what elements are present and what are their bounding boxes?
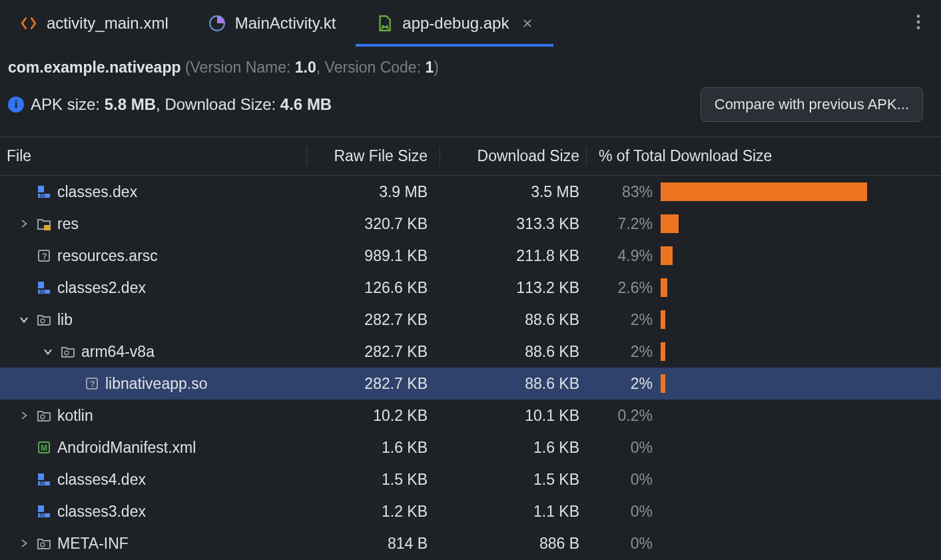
percent-bar: [659, 310, 926, 329]
file-cell: 01classes3.dex: [0, 503, 306, 521]
version-code: 1: [425, 59, 434, 76]
table-row[interactable]: 01classes4.dex1.5 KB1.5 KB0%: [0, 463, 941, 495]
download-size: 1.1 KB: [440, 503, 586, 521]
tab-app-debug-apk[interactable]: app-debug.apk: [356, 0, 553, 47]
raw-size: 282.7 KB: [306, 375, 440, 393]
table-row[interactable]: arm64-v8a282.7 KB88.6 KB2%: [0, 336, 941, 368]
svg-rect-22: [38, 473, 44, 480]
table-row[interactable]: 01classes2.dex126.6 KB113.2 KB2.6%: [0, 272, 941, 304]
svg-rect-12: [38, 282, 44, 288]
svg-rect-25: [38, 505, 44, 512]
download-size: 113.2 KB: [440, 279, 586, 297]
chevron-right-icon[interactable]: [17, 539, 31, 548]
percent-bar: [659, 470, 926, 489]
tab-activity_main-xml[interactable]: activity_main.xml: [0, 0, 188, 47]
file-name: classes.dex: [57, 183, 137, 201]
info-icon[interactable]: [8, 97, 24, 113]
raw-size: 814 B: [306, 535, 440, 553]
raw-size: 1.2 KB: [306, 503, 440, 521]
table-row[interactable]: ?libnativeapp.so282.7 KB88.6 KB2%: [0, 368, 941, 400]
column-header-download[interactable]: Download Size: [440, 147, 586, 165]
folder-icon: [36, 312, 52, 328]
percent: 2%: [586, 311, 659, 329]
chevron-down-icon[interactable]: [17, 315, 31, 324]
folder-icon: [36, 535, 52, 551]
svg-point-16: [65, 351, 69, 355]
manifest-icon: M: [36, 439, 52, 455]
download-size: 211.8 KB: [440, 247, 586, 265]
file-name: META-INF: [57, 535, 129, 553]
table-row[interactable]: lib282.7 KB88.6 KB2%: [0, 304, 941, 336]
more-icon[interactable]: [896, 13, 941, 33]
file-cell: META-INF: [0, 535, 306, 553]
column-header-file[interactable]: File: [0, 147, 306, 165]
table-row[interactable]: 01classes.dex3.9 MB3.5 MB83%: [0, 176, 941, 208]
percent-bar: [659, 214, 926, 233]
percent-bar: [659, 278, 926, 297]
raw-size: 282.7 KB: [306, 311, 440, 329]
editor-tabs: activity_main.xmlMainActivity.ktapp-debu…: [0, 0, 941, 47]
table-row[interactable]: res320.7 KB313.3 KB7.2%: [0, 208, 941, 240]
file-name: classes4.dex: [57, 471, 146, 489]
percent: 2%: [586, 343, 659, 361]
file-name: lib: [57, 311, 73, 329]
table-row[interactable]: kotlin10.2 KB10.1 KB0.2%: [0, 400, 941, 431]
dl-size: 4.6 MB: [280, 95, 332, 113]
file-cell: lib: [0, 311, 306, 329]
file-table-body[interactable]: 01classes.dex3.9 MB3.5 MB83%res320.7 KB3…: [0, 176, 941, 559]
svg-text:?: ?: [42, 251, 47, 261]
size-row: APK size: 5.8 MB, Download Size: 4.6 MB …: [0, 77, 941, 137]
raw-size: 320.7 KB: [306, 215, 440, 233]
chevron-right-icon[interactable]: [17, 411, 31, 420]
version-label: (Version Name:: [181, 59, 295, 76]
raw-size: 3.9 MB: [306, 183, 440, 201]
file-cell: MAndroidManifest.xml: [0, 439, 306, 457]
version-name: 1.0: [295, 59, 316, 76]
percent: 2.6%: [586, 279, 659, 297]
file-name: classes3.dex: [57, 503, 146, 521]
download-size: 886 B: [440, 535, 586, 553]
table-row[interactable]: 01classes3.dex1.2 KB1.1 KB0%: [0, 495, 941, 527]
percent-bar: [659, 406, 926, 425]
percent: 4.9%: [586, 247, 659, 265]
kotlin-class-icon: [208, 15, 226, 32]
file-name: libnativeapp.so: [105, 375, 207, 393]
tab-mainactivity-kt[interactable]: MainActivity.kt: [188, 0, 356, 47]
svg-text:01: 01: [40, 289, 45, 294]
close-paren: ): [434, 59, 439, 76]
dex-icon: 01: [36, 184, 52, 200]
file-cell: arm64-v8a: [0, 343, 306, 361]
raw-size: 1.5 KB: [306, 471, 440, 489]
svg-text:01: 01: [40, 513, 45, 517]
svg-point-5: [917, 26, 920, 29]
chevron-down-icon[interactable]: [41, 347, 55, 356]
apk-icon: [376, 15, 393, 32]
table-row[interactable]: ?resources.arsc989.1 KB211.8 KB4.9%: [0, 240, 941, 272]
compare-button[interactable]: Compare with previous APK...: [701, 87, 923, 122]
xml-icon: [20, 15, 37, 32]
percent-bar: [659, 374, 926, 393]
svg-text:01: 01: [40, 193, 45, 198]
percent-bar: [659, 502, 926, 521]
svg-point-28: [41, 543, 45, 547]
table-row[interactable]: MAndroidManifest.xml1.6 KB1.6 KB0%: [0, 431, 941, 463]
folder-icon: [36, 408, 52, 423]
package-info: com.example.nativeapp (Version Name: 1.0…: [0, 47, 941, 77]
package-name: com.example.nativeapp: [8, 59, 181, 76]
percent-bar: [659, 246, 926, 265]
svg-point-19: [41, 415, 45, 419]
raw-size: 282.7 KB: [306, 343, 440, 361]
column-header-percent[interactable]: % of Total Download Size: [586, 147, 932, 165]
chevron-right-icon[interactable]: [17, 219, 31, 228]
file-cell: res: [0, 215, 306, 233]
dex-icon: 01: [36, 503, 52, 519]
tab-label: activity_main.xml: [47, 14, 168, 33]
download-size: 1.6 KB: [440, 439, 586, 457]
dl-size-label: , Download Size:: [156, 95, 280, 113]
column-header-raw[interactable]: Raw File Size: [306, 147, 440, 165]
close-icon[interactable]: [521, 17, 533, 29]
percent-bar: [659, 534, 926, 553]
table-row[interactable]: META-INF814 B886 B0%: [0, 527, 941, 559]
download-size: 88.6 KB: [440, 311, 586, 329]
unknown-icon: ?: [84, 376, 100, 392]
